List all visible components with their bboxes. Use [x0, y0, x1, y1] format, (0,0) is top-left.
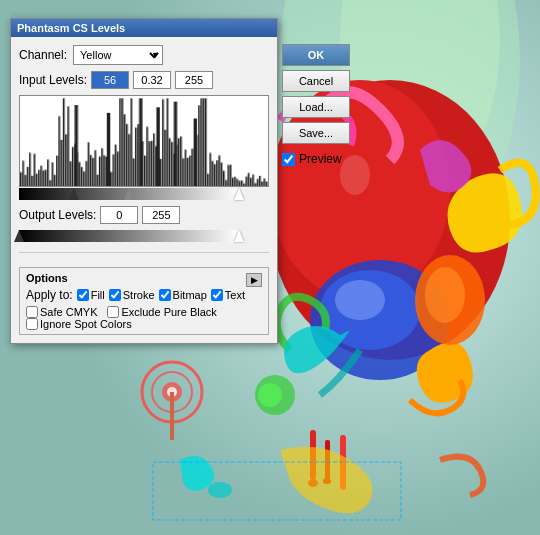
cancel-button[interactable]: Cancel [282, 70, 350, 92]
apply-to-label: Apply to: [26, 288, 73, 302]
output-levels-row: Output Levels: [19, 206, 269, 224]
bitmap-label: Bitmap [173, 289, 207, 301]
apply-to-row: Apply to: Fill Stroke Bitmap [26, 288, 262, 302]
safe-cmyk-row: Safe CMYK Exclude Pure Black [26, 306, 262, 318]
svg-point-9 [258, 383, 282, 407]
levels-dialog: Phantasm CS Levels Channel: Yellow Cyan … [10, 18, 278, 344]
svg-point-16 [425, 267, 465, 323]
options-title: Options [26, 272, 68, 284]
ignore-spot-colors-checkbox[interactable] [26, 318, 38, 330]
black-slider-thumb[interactable] [69, 188, 79, 200]
preview-row: Preview [282, 152, 350, 166]
text-label: Text [225, 289, 245, 301]
load-button[interactable]: Load... [282, 96, 350, 118]
dialog-body: Channel: Yellow Cyan Magenta Black ▼ Inp… [11, 37, 277, 343]
output-gradient-slider[interactable] [19, 230, 239, 242]
buttons-panel: OK Cancel Load... Save... Preview [282, 44, 350, 166]
input-levels-row: Input Levels: [19, 71, 269, 89]
bitmap-checkbox[interactable] [159, 289, 171, 301]
dialog-wrapper: Phantasm CS Levels Channel: Yellow Cyan … [10, 18, 278, 344]
white-slider-thumb[interactable] [234, 188, 244, 200]
histogram-container [19, 95, 269, 200]
exclude-pure-black-item: Exclude Pure Black [107, 306, 216, 318]
divider [19, 252, 269, 253]
text-checkbox-item: Text [211, 289, 245, 301]
safe-cmyk-label: Safe CMYK [40, 306, 97, 318]
histogram-canvas [19, 95, 269, 187]
options-header-row: Options ▶ [26, 272, 262, 288]
mid-slider-thumb[interactable] [124, 188, 134, 200]
output-white-thumb[interactable] [234, 230, 244, 242]
dialog-title: Phantasm CS Levels [17, 22, 125, 34]
output-levels-label: Output Levels: [19, 208, 96, 222]
exclude-pure-black-label: Exclude Pure Black [121, 306, 216, 318]
ignore-spot-colors-row: Ignore Spot Colors [26, 318, 262, 330]
text-checkbox[interactable] [211, 289, 223, 301]
options-expand-icon[interactable]: ▶ [246, 273, 262, 287]
svg-point-7 [335, 280, 385, 320]
safe-cmyk-checkbox[interactable] [26, 306, 38, 318]
input-level-2[interactable] [133, 71, 171, 89]
channel-label: Channel: [19, 48, 67, 62]
output-black-thumb[interactable] [14, 230, 24, 242]
fill-checkbox[interactable] [77, 289, 89, 301]
safe-cmyk-item: Safe CMYK [26, 306, 97, 318]
channel-row: Channel: Yellow Cyan Magenta Black ▼ [19, 45, 269, 65]
input-levels-label: Input Levels: [19, 73, 87, 87]
ok-button[interactable]: OK [282, 44, 350, 66]
channel-select[interactable]: Yellow Cyan Magenta Black [73, 45, 163, 65]
output-level-1[interactable] [100, 206, 138, 224]
dialog-titlebar: Phantasm CS Levels [11, 19, 277, 37]
stroke-checkbox-item: Stroke [109, 289, 155, 301]
fill-label: Fill [91, 289, 105, 301]
input-level-3[interactable] [175, 71, 213, 89]
options-section: Options ▶ Apply to: Fill Stroke [19, 267, 269, 335]
svg-point-23 [208, 482, 232, 498]
ignore-spot-colors-label: Ignore Spot Colors [40, 318, 132, 330]
stroke-label: Stroke [123, 289, 155, 301]
ignore-spot-colors-item: Ignore Spot Colors [26, 318, 132, 330]
output-level-2[interactable] [142, 206, 180, 224]
input-level-1[interactable] [91, 71, 129, 89]
bitmap-checkbox-item: Bitmap [159, 289, 207, 301]
preview-label: Preview [299, 152, 342, 166]
exclude-pure-black-checkbox[interactable] [107, 306, 119, 318]
fill-checkbox-item: Fill [77, 289, 105, 301]
stroke-checkbox[interactable] [109, 289, 121, 301]
preview-checkbox[interactable] [282, 153, 295, 166]
save-button[interactable]: Save... [282, 122, 350, 144]
input-gradient-slider[interactable] [19, 188, 239, 200]
